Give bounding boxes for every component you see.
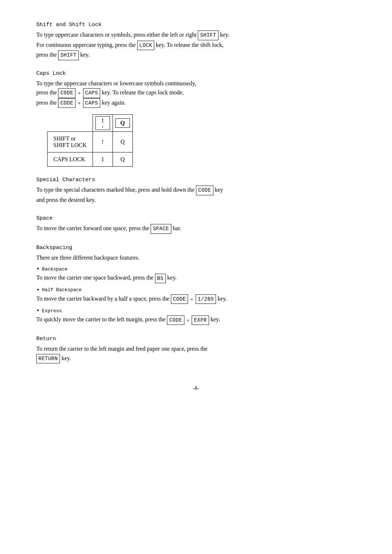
body-special: To type the special characters marked bl… — [36, 185, 356, 204]
special-line2: and press the desired key. — [36, 197, 96, 203]
table-col1-header: ! 1 — [93, 115, 113, 132]
caps-line2-post2: key. To release the caps lock mode, — [102, 89, 184, 95]
expr-pre: To quickly move the carrier to the left … — [36, 316, 166, 322]
section-shift: Shift and Shift Lock To type uppercase c… — [36, 22, 356, 60]
key-shift-2: SHIFT — [58, 50, 79, 60]
bullet-label-half: Half Backspace — [36, 287, 356, 293]
row1-label2: SHIFT LOCK — [53, 142, 87, 148]
key-header-excl: ! 1 — [95, 116, 110, 130]
bullet-label-text-express: Express — [42, 308, 62, 314]
shift-line2-post2: key. To release the shift lock, — [156, 42, 223, 48]
key-code-1: CODE — [58, 88, 75, 98]
key-caps-1: CAPS — [83, 88, 101, 98]
bullet-label-backspace: Backspace — [36, 266, 356, 272]
special-line1-pre: To type the special characters marked bl… — [36, 187, 195, 193]
table-row1-label: SHIFT or SHIFT LOCK — [48, 132, 93, 152]
page-number: -8- — [36, 385, 356, 391]
caps-line2-pre: press the — [36, 89, 57, 95]
bullet-label-express: Express — [36, 307, 356, 314]
key-bs: BS — [155, 274, 166, 283]
key-code-2: CODE — [58, 98, 75, 108]
bs-post2: key. — [167, 274, 177, 281]
key-shift-1: SHIFT — [198, 30, 219, 40]
bs-pre: To move the carrier one space backward, … — [36, 274, 154, 281]
key-header-top-excl: ! — [102, 118, 103, 124]
heading-special: Special Characters — [36, 177, 356, 183]
heading-caps: Caps Lock — [36, 70, 356, 77]
caps-table: ! 1 Q SHIFT or SHIFT LOCK — [47, 114, 133, 167]
return-line1: To return the carrier to the left margin… — [36, 346, 208, 352]
key-return: RETURN — [36, 354, 60, 363]
bullet-text-half: To move the carrier backward by a half a… — [36, 294, 356, 304]
page-content: Shift and Shift Lock To type uppercase c… — [36, 22, 356, 391]
shift-line3-post2: key. — [80, 52, 90, 58]
shift-line2-pre: For continuous uppercase typing, press t… — [36, 42, 136, 48]
section-return: Return To return the carrier to the left… — [36, 336, 356, 363]
caps-line1: To type the uppercase characters or lowe… — [36, 80, 196, 86]
key-code-expr: CODE — [167, 315, 184, 325]
heading-backspacing: Backspacing — [36, 245, 356, 251]
heading-shift: Shift and Shift Lock — [36, 22, 356, 28]
row1-label1: SHIFT or — [53, 135, 76, 142]
expr-post2: key. — [211, 316, 220, 322]
heading-space: Space — [36, 215, 356, 221]
shift-line3-pre: press the — [36, 52, 57, 58]
shift-line1-post2: key. — [220, 32, 229, 38]
half-post2: key. — [217, 296, 227, 302]
bullet-text-backspace: To move the carrier one space backward, … — [36, 273, 356, 283]
key-space: SPACE — [151, 224, 171, 233]
bullets-wrapper: Backspace To move the carrier one space … — [36, 266, 356, 325]
table-row2-col2: Q — [113, 152, 132, 167]
backspacing-intro: There are three different backspace feat… — [36, 254, 139, 261]
key-header-q: Q — [115, 118, 130, 128]
section-special: Special Characters To type the special c… — [36, 177, 356, 204]
bullet-label-text-backspace: Backspace — [42, 266, 68, 272]
table-empty-cell — [48, 115, 93, 132]
caps-line3-pre: press the — [36, 99, 57, 106]
table-row2-col1: 1 — [93, 152, 113, 167]
section-space: Space To move the carrier forward one sp… — [36, 215, 356, 234]
space-line1-post2: bar. — [173, 225, 181, 231]
section-caps: Caps Lock To type the uppercase characte… — [36, 70, 356, 167]
table-row1-col1: ! — [93, 132, 113, 152]
key-header-top-q: Q — [120, 120, 124, 126]
key-code-special: CODE — [196, 186, 213, 195]
bullet-label-text-half: Half Backspace — [42, 287, 82, 293]
plus-expr: + — [187, 317, 189, 323]
key-expr: EXPR — [192, 315, 209, 325]
plus-1: + — [78, 90, 81, 96]
body-return: To return the carrier to the left margin… — [36, 344, 356, 363]
key-1-2bs: 1/2BS — [196, 294, 216, 304]
section-backspacing: Backspacing There are three different ba… — [36, 245, 356, 325]
table-row1-col2: Q — [113, 132, 132, 152]
bullet-backspace: Backspace To move the carrier one space … — [36, 266, 356, 283]
caps-line3-post2: key again. — [102, 99, 126, 106]
key-header-bottom-excl: 1 — [102, 124, 104, 129]
shift-line1-pre: To type uppercase characters or symbols,… — [36, 32, 196, 38]
half-pre: To move the carrier backward by a half a… — [36, 296, 170, 302]
body-shift: To type uppercase characters or symbols,… — [36, 30, 356, 60]
special-line1-post2: key — [215, 187, 223, 193]
plus-half: + — [190, 296, 193, 302]
space-line1-pre: To move the carrier forward one space, p… — [36, 225, 149, 231]
bullet-express: Express To quickly move the carrier to t… — [36, 307, 356, 325]
heading-return: Return — [36, 336, 356, 342]
key-lock: LOCK — [137, 41, 155, 50]
plus-2: + — [78, 100, 81, 106]
bullet-half-backspace: Half Backspace To move the carrier backw… — [36, 287, 356, 304]
body-backspacing: There are three different backspace feat… — [36, 253, 356, 262]
body-space: To move the carrier forward one space, p… — [36, 224, 356, 234]
key-code-half: CODE — [171, 294, 188, 304]
caps-table-wrapper: ! 1 Q SHIFT or SHIFT LOCK — [47, 114, 356, 167]
bullet-text-express: To quickly move the carrier to the left … — [36, 315, 356, 325]
table-row2-label: CAPS LOCK — [48, 152, 93, 167]
table-col2-header: Q — [113, 115, 132, 132]
body-caps: To type the uppercase characters or lowe… — [36, 79, 356, 108]
key-caps-2: CAPS — [83, 98, 101, 108]
return-post2: key. — [61, 355, 71, 361]
